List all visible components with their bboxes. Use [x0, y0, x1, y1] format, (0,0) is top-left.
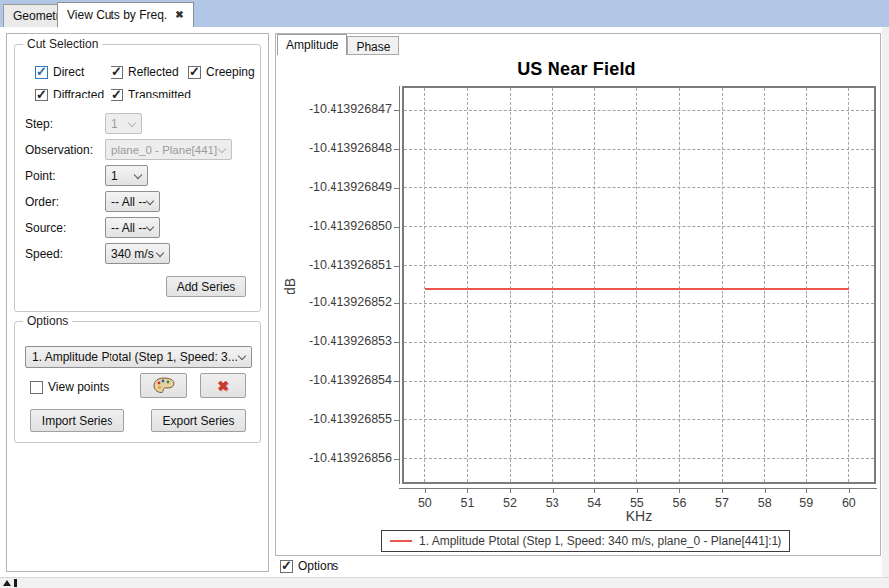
v-gridline: [722, 88, 723, 482]
add-series-button[interactable]: Add Series: [166, 276, 246, 297]
step-label: Step:: [25, 117, 53, 131]
h-gridline: [404, 226, 874, 227]
legend-line-sample: [390, 540, 412, 542]
options-footer-checkbox[interactable]: Options: [280, 559, 338, 573]
h-gridline: [404, 458, 874, 459]
y-tick: [394, 303, 400, 304]
checkbox-creeping-box: [188, 66, 201, 79]
options-footer-label: Options: [298, 559, 338, 573]
y-tick: [394, 110, 400, 111]
y-tick: [394, 149, 400, 150]
chevron-down-icon: [128, 119, 136, 127]
x-tick: [467, 488, 468, 493]
checkbox-transmitted[interactable]: Transmitted: [111, 88, 191, 101]
v-gridline: [552, 88, 553, 482]
cut-selection-panel: Cut Selection Direct Reflected Creeping …: [6, 33, 269, 572]
delete-series-button[interactable]: ✖: [200, 373, 246, 398]
h-gridline: [404, 303, 874, 304]
v-gridline: [764, 88, 765, 482]
v-gridline: [806, 88, 807, 482]
x-axis-label: KHz: [402, 508, 876, 524]
tab-amplitude[interactable]: Amplitude: [277, 34, 347, 55]
chart-panel: Amplitude Phase US Near Field dB KHz 1. …: [275, 33, 881, 556]
checkbox-transmitted-label: Transmitted: [128, 88, 191, 101]
v-gridline: [636, 88, 637, 482]
y-tick-label: -10.413926847: [276, 102, 392, 116]
cut-selection-group-title: Cut Selection: [23, 37, 102, 51]
view-points-label: View points: [48, 380, 109, 394]
x-tick: [637, 488, 638, 493]
y-tick: [394, 188, 400, 189]
window-bottom-strip: [0, 577, 889, 588]
x-tick: [553, 488, 554, 493]
observation-dropdown: plane_0 - Plane[441]: [105, 139, 232, 160]
x-tick-label: 53: [533, 496, 572, 510]
options-footer-box: [280, 560, 293, 573]
delete-icon: ✖: [217, 378, 229, 394]
checkbox-direct[interactable]: Direct: [35, 65, 84, 79]
checkbox-transmitted-box: [111, 89, 123, 101]
step-value: 1: [111, 117, 118, 131]
source-dropdown[interactable]: -- All --: [105, 217, 160, 238]
chart-area: US Near Field dB KHz 1. Amplitude Ptotal…: [276, 34, 880, 555]
h-gridline: [404, 419, 874, 420]
y-tick: [394, 266, 400, 267]
y-tick-label: -10.413926856: [276, 451, 392, 465]
speed-dropdown[interactable]: 340 m/s: [105, 243, 170, 264]
chevron-down-icon: [146, 223, 154, 231]
series-line: [425, 288, 849, 290]
y-axis-line: [399, 86, 400, 484]
point-dropdown[interactable]: 1: [105, 165, 148, 186]
import-series-label: Import Series: [42, 414, 112, 428]
x-tick-label: 54: [574, 496, 614, 510]
x-tick-label: 59: [786, 496, 826, 510]
source-label: Source:: [25, 221, 66, 235]
chart-legend: 1. Amplitude Ptotal (Step 1, Speed: 340 …: [381, 530, 790, 552]
point-value: 1: [111, 169, 118, 183]
x-tick-label: 52: [490, 496, 530, 510]
order-dropdown[interactable]: -- All --: [105, 191, 160, 212]
legend-series-label: 1. Amplitude Ptotal (Step 1, Speed: 340 …: [419, 534, 781, 548]
checkbox-diffracted[interactable]: Diffracted: [35, 88, 104, 101]
x-tick-label: 56: [659, 496, 699, 510]
add-series-label: Add Series: [177, 280, 236, 294]
checkbox-diffracted-box: [35, 89, 48, 101]
y-tick-label: -10.413926854: [276, 373, 392, 387]
chevron-down-icon: [134, 171, 142, 179]
v-gridline: [424, 88, 425, 482]
tab-view-cuts-label: View Cuts by Freq.: [67, 8, 167, 22]
x-tick: [849, 488, 850, 493]
x-tick: [722, 488, 723, 493]
checkbox-reflected[interactable]: Reflected: [111, 65, 179, 79]
close-tab-icon[interactable]: ✖: [175, 10, 183, 20]
v-gridline: [510, 88, 511, 482]
chart-title: US Near Field: [276, 59, 877, 80]
y-tick-label: -10.413926850: [276, 219, 392, 233]
export-series-button[interactable]: Export Series: [151, 409, 246, 432]
x-tick-label: 58: [745, 496, 784, 510]
options-group-title: Options: [23, 314, 72, 328]
tab-view-cuts-by-freq[interactable]: View Cuts by Freq. ✖: [57, 2, 194, 27]
import-series-button[interactable]: Import Series: [30, 409, 124, 432]
h-gridline: [404, 381, 874, 382]
x-tick: [594, 488, 595, 493]
order-label: Order:: [25, 195, 59, 209]
checkbox-creeping[interactable]: Creeping: [188, 65, 255, 79]
order-value: -- All --: [111, 195, 146, 209]
x-tick: [679, 488, 680, 493]
series-color-button[interactable]: [140, 373, 187, 398]
step-dropdown: 1: [105, 113, 142, 134]
speed-label: Speed:: [25, 247, 63, 261]
h-gridline: [404, 265, 874, 266]
x-tick-label: 50: [405, 496, 445, 510]
view-points-checkbox[interactable]: View points: [30, 380, 109, 394]
series-selector-dropdown[interactable]: 1. Amplitude Ptotal (Step 1, Speed: 3...: [25, 346, 252, 368]
observation-value: plane_0 - Plane[441]: [111, 144, 217, 156]
y-tick-label: -10.413926848: [276, 141, 392, 155]
window-right-margin: [882, 27, 889, 577]
y-tick: [394, 227, 400, 228]
chevron-down-icon: [218, 145, 226, 153]
v-gridline: [594, 88, 595, 482]
palette-icon: [153, 377, 175, 394]
checkbox-creeping-label: Creeping: [206, 65, 255, 79]
